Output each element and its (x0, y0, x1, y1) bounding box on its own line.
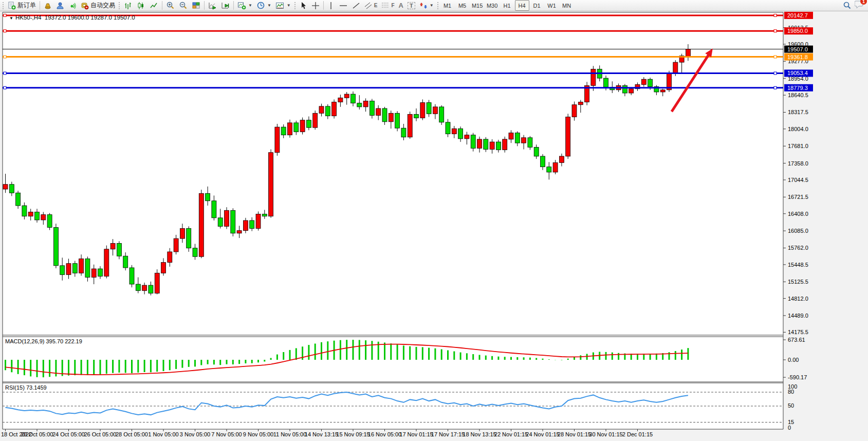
person-icon (56, 2, 64, 10)
date-label: 30 Nov 01:15 (589, 431, 622, 437)
main-toolbar: 新订单 自动交易 ▼ ▼ (0, 0, 868, 11)
channel-tool[interactable]: E (362, 0, 380, 11)
price-tick-label: 16085.0 (788, 228, 808, 234)
period-dropdown[interactable]: ▼ (254, 0, 273, 11)
chart-title: ▼HK50-,H4 19372.0 19600.0 19287.0 19507.… (9, 14, 135, 21)
level-anchor[interactable] (774, 72, 777, 75)
fibonacci-tool[interactable]: F (379, 0, 396, 11)
candle (180, 228, 184, 238)
candle (250, 220, 254, 228)
toolbar-grip[interactable] (294, 2, 297, 10)
zoom-out-button[interactable] (177, 0, 190, 11)
timeframe-M15[interactable]: M15 (470, 0, 485, 11)
toolbar-grip[interactable] (118, 2, 121, 10)
rsi-axis-label: 80 (788, 389, 794, 395)
market-watch-button[interactable] (42, 0, 54, 11)
trendline-tool[interactable] (350, 0, 362, 11)
timeframe-H4[interactable]: H4 (515, 0, 529, 11)
candle (16, 193, 21, 206)
text-tool[interactable]: A (397, 0, 405, 11)
zoom-out-icon (179, 1, 188, 10)
candle (66, 264, 71, 275)
price-tick-label: 17681.0 (788, 143, 808, 149)
profiles-button[interactable] (206, 0, 219, 11)
candle (47, 215, 52, 228)
candle (136, 284, 140, 290)
chart-window[interactable]: ▼HK50-,H4 19372.0 19600.0 19287.0 19507.… (0, 11, 868, 441)
arrows-tool-dropdown[interactable]: ▼ (417, 0, 436, 11)
candle (439, 107, 444, 122)
date-label: 22 Nov 01:15 (494, 431, 528, 437)
vertical-line-tool[interactable] (325, 0, 337, 11)
price-tick-label: 18640.5 (788, 92, 808, 98)
cursor-tool[interactable] (298, 0, 309, 11)
timeframe-W1[interactable]: W1 (545, 0, 559, 11)
level-price-text: 19850.0 (787, 28, 808, 34)
macd-indicator-label: MACD(12,26,9) 395.70 222.19 (5, 338, 82, 344)
crosshair-tool[interactable] (309, 0, 322, 11)
zoom-in-button[interactable] (164, 0, 177, 11)
level-anchor[interactable] (774, 30, 777, 32)
level-anchor[interactable] (774, 86, 777, 89)
chart-symbol-period: HK50-,H4 (15, 14, 42, 21)
candle (572, 105, 577, 117)
candle (206, 193, 210, 200)
chart-canvas[interactable]: 19913.519600.019277.018954.018640.518317… (0, 11, 868, 441)
level-anchor[interactable] (4, 72, 6, 75)
horizontal-line-tool[interactable] (337, 0, 350, 11)
step-forward-button[interactable] (219, 0, 232, 11)
date-label: 2 Dec 01:15 (622, 431, 653, 437)
candle (427, 103, 431, 114)
candle (98, 269, 103, 276)
search-icon[interactable] (843, 1, 852, 10)
notifications-button[interactable]: 1 (855, 0, 864, 11)
chart-line-button[interactable] (147, 0, 160, 11)
candle (313, 113, 318, 127)
tile-windows-button[interactable] (190, 0, 202, 11)
candle (117, 243, 121, 256)
new-order-button[interactable]: 新订单 (6, 0, 38, 11)
timeframe-toolbar: M1M5M15M30H1H4D1W1MN (440, 0, 574, 11)
candle (566, 117, 570, 156)
candle (325, 106, 330, 116)
level-anchor[interactable] (774, 56, 777, 58)
level-anchor[interactable] (4, 56, 6, 58)
timeframe-MN[interactable]: MN (560, 0, 574, 11)
candle (91, 269, 96, 278)
clock-icon (256, 1, 265, 10)
new-chart-dropdown[interactable]: ▼ (235, 0, 254, 11)
chart-bars-button[interactable] (122, 0, 135, 11)
indicators-dropdown[interactable]: ▼ (273, 0, 293, 11)
step-chart-icon (221, 2, 230, 10)
level-anchor[interactable] (4, 14, 6, 16)
gold-cone-icon (44, 2, 52, 10)
candle (269, 153, 273, 216)
price-tick-label: 18004.0 (788, 126, 808, 132)
auto-trading-button[interactable]: 自动交易 (79, 0, 117, 11)
chart-candles-button[interactable] (135, 0, 147, 11)
level-anchor[interactable] (774, 14, 777, 16)
toolbar-grip[interactable] (437, 2, 439, 10)
timeframe-M30[interactable]: M30 (485, 0, 500, 11)
rsi-axis-label: 50 (788, 402, 794, 409)
date-label: 14 Nov 13:15 (305, 431, 338, 437)
signal-icon (68, 2, 77, 10)
candle (648, 79, 653, 86)
timeframe-H1[interactable]: H1 (500, 0, 514, 11)
candle (559, 156, 564, 162)
candle (142, 285, 147, 290)
level-anchor[interactable] (4, 86, 6, 89)
timeframe-M1[interactable]: M1 (440, 0, 455, 11)
text-label-tool[interactable]: T (405, 0, 417, 11)
candle (420, 103, 425, 118)
new-chart-icon (237, 2, 246, 10)
date-label: 26 Oct 05:00 (84, 431, 117, 437)
accounts-button[interactable] (54, 0, 66, 11)
level-anchor[interactable] (4, 30, 6, 32)
toolbar-grip[interactable] (2, 2, 5, 10)
crosshair-icon (311, 2, 320, 10)
timeframe-M5[interactable]: M5 (455, 0, 470, 11)
signals-button[interactable] (66, 0, 79, 11)
timeframe-D1[interactable]: D1 (530, 0, 544, 11)
separator (233, 1, 234, 10)
